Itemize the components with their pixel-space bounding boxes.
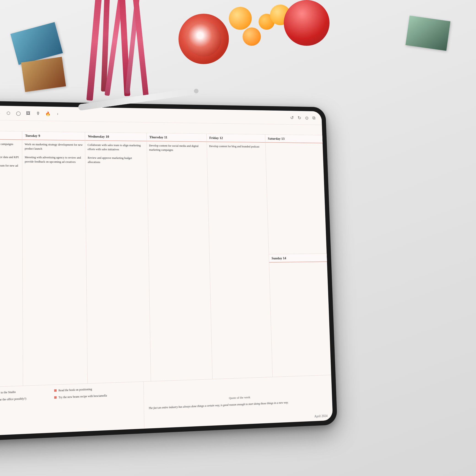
- monday-event-3: nstorming session with creative team for…: [0, 163, 20, 172]
- bottom-left: Remember to leave a review to the Studio…: [0, 382, 144, 437]
- monday-event-1: meeting to discuss ing marketing campaig…: [0, 141, 20, 151]
- bottom-text-2: Sign up for yoga classes (near the offic…: [0, 397, 26, 403]
- tuesday-column: Tuesday 9 Work on marketing strategy dev…: [22, 132, 88, 386]
- image-icon[interactable]: 🖼: [25, 110, 32, 117]
- bottom-col-1: Remember to leave a review to the Studio…: [0, 389, 50, 433]
- wednesday-events: Collaborate with sales team to align mar…: [85, 140, 151, 383]
- friday-events: Develop content for blog and branded pod…: [207, 142, 272, 379]
- mic-icon[interactable]: 🎙: [35, 110, 41, 117]
- orange-1: [229, 7, 252, 30]
- diamond-icon[interactable]: ◇: [0, 110, 2, 116]
- tuesday-event-1: Work on marketing strategy development f…: [25, 142, 83, 152]
- blood-orange-decoration: [178, 14, 229, 64]
- saturday-section: Saturday 13: [265, 135, 327, 254]
- orange-2: [243, 27, 261, 46]
- monday-column: Monday 8 meeting to discuss ing marketin…: [0, 131, 23, 388]
- thursday-event-1: Develop content for social media and dig…: [149, 143, 204, 153]
- friday-header: Friday 12: [207, 134, 265, 143]
- flame-icon[interactable]: 🔥: [45, 111, 51, 117]
- thursday-events: Develop content for social media and dig…: [147, 141, 212, 381]
- thursday-column: Thursday 11 Develop content for social m…: [146, 133, 212, 381]
- wednesday-label: Wednesday 10: [88, 135, 144, 139]
- tablet-screen: ✏️ 🖊️ 🖍️ ◇ ⬡ ◯ 🖼 🎙 🔥 › ↺ ↻ ⊙ ⧉: [0, 105, 333, 437]
- wednesday-event-2: Review and approve marketing budget allo…: [88, 156, 145, 165]
- friday-label: Friday 12: [209, 136, 262, 140]
- tuesday-label: Tuesday 9: [25, 134, 82, 138]
- calendar-grid: Monday 8 meeting to discuss ing marketin…: [0, 131, 331, 388]
- bottom-text-3: Read the book on positioning: [58, 387, 92, 392]
- thursday-header: Thursday 11: [146, 133, 206, 142]
- wednesday-header: Wednesday 10: [85, 132, 146, 141]
- red-fruit-decoration: [284, 0, 330, 46]
- sunday-section: Sunday 14: [269, 254, 331, 377]
- bullet-4: [54, 396, 57, 399]
- toolbar-right: ↺ ↻ ⊙ ⧉: [290, 115, 315, 120]
- month-label: April 2024: [314, 414, 327, 419]
- monday-events: meeting to discuss ing marketing campaig…: [0, 139, 23, 388]
- share-icon[interactable]: ⊙: [305, 115, 309, 121]
- chevron-right-icon[interactable]: ›: [54, 111, 61, 117]
- weekend-column: Saturday 13 Sunday 14: [265, 135, 331, 377]
- tuesday-event-2: Meeeting with advertising agency to revi…: [25, 155, 83, 164]
- wednesday-event-1: Collaborate with sales team to align mar…: [88, 143, 144, 152]
- photo-decoration-2: [21, 57, 66, 92]
- bottom-item-1: Remember to leave a review to the Studio: [0, 389, 50, 396]
- bottom-item-3: Read the book on positioning: [54, 386, 139, 393]
- monday-header: Monday 8: [0, 131, 22, 140]
- toolbar-left: ✏️ 🖊️ 🖍️ ◇ ⬡ ◯ 🖼 🎙 🔥 ›: [0, 109, 61, 117]
- tuesday-header: Tuesday 9: [22, 132, 85, 141]
- wednesday-column: Wednesday 10 Collaborate with sales team…: [85, 132, 151, 383]
- undo-icon[interactable]: ↺: [290, 115, 294, 120]
- thursday-label: Thursday 11: [149, 135, 204, 140]
- bottom-item-2: Sign up for yoga classes (near the offic…: [0, 396, 50, 403]
- bottom-right: Quote of the week The fact an entire ind…: [143, 375, 333, 429]
- tablet: ✏️ 🖊️ 🖍️ ◇ ⬡ ◯ 🖼 🎙 🔥 › ↺ ↻ ⊙ ⧉: [0, 101, 337, 442]
- saturday-header: Saturday 13: [265, 135, 323, 143]
- bottom-text-1: Remember to leave a review to the Studio: [0, 390, 16, 396]
- sunday-label: Sunday 14: [272, 256, 324, 260]
- bullet-3: [54, 389, 57, 392]
- bottom-col-2: Read the book on positioning Try the new…: [54, 386, 139, 429]
- friday-column: Friday 12 Develop content for blog and b…: [207, 134, 273, 379]
- shape-icon[interactable]: ◯: [15, 110, 22, 117]
- monday-label: Monday 8: [0, 133, 19, 137]
- calendar-content: Week 15 >> Monday 8 meeting to discuss i…: [0, 120, 333, 437]
- photo-decoration-3: [406, 16, 450, 51]
- saturday-label: Saturday 13: [268, 137, 320, 141]
- filter-icon[interactable]: ⬡: [5, 110, 12, 116]
- sunday-header: Sunday 14: [269, 254, 327, 262]
- redo-icon[interactable]: ↻: [298, 115, 301, 120]
- bottom-item-4: Try the new beans recipe with besciamell…: [54, 392, 139, 400]
- copy-icon[interactable]: ⧉: [312, 116, 316, 121]
- tuesday-events: Work on marketing strategy development f…: [22, 140, 87, 386]
- friday-event-1: Develop content for blog and branded pod…: [209, 144, 263, 149]
- monday-event-2: ew and analyse marketing ormance data an…: [0, 155, 20, 159]
- bottom-text-4: Try the new beans recipe with besciamell…: [59, 394, 107, 399]
